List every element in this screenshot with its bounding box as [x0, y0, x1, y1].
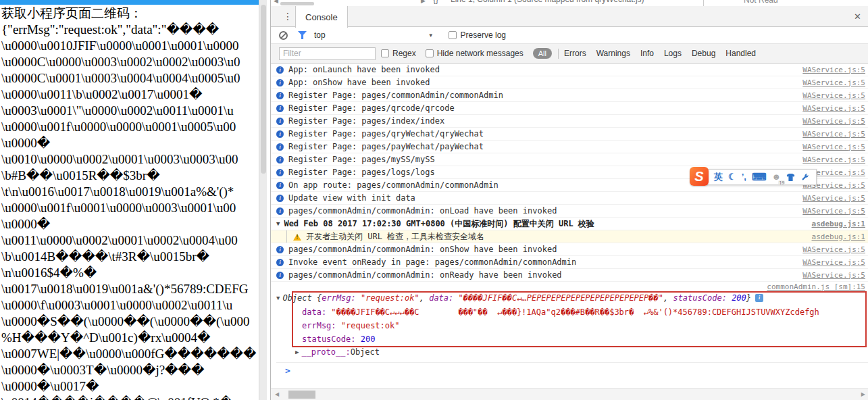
source-link[interactable]: WAService.js:5: [802, 143, 868, 151]
qrcode-response-dump: 获取小程序页面二维码： {"errMsg":"request:ok","data…: [1, 5, 259, 400]
source-link[interactable]: WAService.js:5: [802, 245, 868, 254]
log-text: Update view with init data: [288, 193, 415, 203]
scroll-left-icon[interactable]: ◀: [275, 391, 279, 397]
menu-dots-icon[interactable]: ⋮: [283, 11, 292, 22]
scrollbar-thumb[interactable]: [280, 2, 314, 5]
devtools-console-panel: ◀ ▶ {} Line 1, Column 1 (Source mapped f…: [270, 0, 868, 400]
object-log-entry: commonAdmin.js [sm]:15 ▼Object {errMsg: …: [271, 282, 868, 376]
skin-tshirt-icon[interactable]: [786, 173, 795, 182]
source-link[interactable]: asdebug.js:1: [812, 232, 868, 241]
hide-network-checkbox[interactable]: [426, 49, 434, 57]
dump-line: \u0000�\u0003T�\u0000�j?���: [1, 362, 259, 378]
console-warning-row: !开发者主动关闭 URL 检查，工具未检查安全域名asdebug.js:1: [271, 230, 868, 243]
log-text: Register Page: pages/index/index: [288, 116, 444, 126]
scroll-right-icon[interactable]: ▶: [421, 0, 426, 4]
level-filter-all[interactable]: All: [533, 48, 552, 59]
source-link[interactable]: WAService.js:5: [802, 207, 868, 216]
ime-language-toggle[interactable]: 英: [714, 170, 723, 184]
object-proto-row[interactable]: ▶__proto__: Object: [276, 347, 868, 357]
console-log-row: ipages/commonAdmin/commonAdmin: onLoad h…: [271, 205, 868, 218]
scrollbar-thumb[interactable]: [288, 391, 315, 399]
console-log-row: iRegister Page: pages/commonAdmin/common…: [271, 89, 868, 102]
log-text: App: onShow have been invoked: [288, 78, 430, 87]
dump-line: %H���Y�^D\u001c)�rx\u0004�: [1, 330, 259, 346]
triangle-down-icon[interactable]: ▼: [276, 295, 280, 301]
hide-network-label: Hide network messages: [437, 49, 524, 58]
info-icon: i: [276, 207, 284, 215]
execution-context-select[interactable]: top: [314, 30, 326, 40]
source-link[interactable]: WAService.js:5: [802, 91, 868, 100]
level-filter-logs[interactable]: Logs: [664, 49, 682, 58]
dump-line: \t\n\u0016\u0017\u0018\u0019\u001a%&'()*: [1, 184, 259, 200]
scroll-left-icon[interactable]: ◀: [274, 0, 278, 4]
level-filter-info[interactable]: Info: [640, 49, 654, 58]
console-prompt[interactable]: >: [276, 362, 868, 376]
log-text: App: onLaunch have been invoked: [288, 65, 440, 74]
prop-value: Object: [351, 347, 380, 357]
triangle-down-icon[interactable]: ▼: [276, 220, 280, 227]
source-link[interactable]: WAService.js:5: [802, 271, 868, 280]
prop-value: "����JFIF��C↵…PEPEPEPEPEPEPEPEPEPEPEPEP�…: [459, 293, 663, 303]
console-log-row: iInvoke event onReady in page: pages/com…: [271, 256, 868, 269]
log-text: Register Page: pages/payWechat/payWechat: [288, 142, 484, 151]
prop-key: data:: [302, 307, 331, 317]
source-link[interactable]: WAService.js:5: [802, 258, 868, 267]
dump-line: \u0003\u0001\"\u0000\u0002\u0011\u0001\u: [1, 103, 259, 119]
punctuation-icon[interactable]: ’,: [742, 170, 746, 184]
keyboard-icon[interactable]: ⌨: [752, 170, 767, 184]
scroll-right-icon[interactable]: ▶: [861, 391, 865, 397]
user-icon[interactable]: ☻19: [772, 170, 782, 184]
level-filter-warnings[interactable]: Warnings: [596, 49, 630, 58]
regex-checkbox[interactable]: [381, 49, 389, 57]
log-text: Register Page: pages/mySS/mySS: [288, 155, 435, 164]
console-horizontal-scrollbar[interactable]: ◀ ▶: [271, 388, 868, 400]
object-info-icon[interactable]: i: [755, 294, 763, 302]
source-link[interactable]: WAService.js:5: [802, 66, 868, 74]
source-link[interactable]: WAService.js:5: [802, 194, 868, 203]
scrollbar-thumb[interactable]: [261, 5, 266, 174]
brace-close: }: [746, 293, 751, 303]
info-icon: i: [276, 182, 284, 189]
prop-key: errMsg:: [302, 321, 341, 330]
dump-line: \u0017\u0018\u0019\u001a&'()*56789:CDEFG: [1, 281, 259, 297]
object-prop-row: statusCode: 200: [276, 334, 868, 345]
sogou-ime-logo[interactable]: S: [690, 167, 709, 186]
source-link[interactable]: WAService.js:5: [802, 117, 868, 126]
source-link[interactable]: WAService.js:5: [802, 104, 868, 113]
preserve-log-checkbox[interactable]: [449, 31, 457, 39]
left-vertical-scrollbar[interactable]: [259, 0, 267, 400]
ime-toolbar: 英 ☾ ’, ⌨ ☻19: [707, 169, 817, 185]
source-link[interactable]: WAService.js:5: [802, 78, 868, 87]
close-icon[interactable]: ✕: [854, 11, 861, 22]
console-header: ⋮ Console ✕: [271, 6, 868, 27]
dump-line: \u0000�S��(\u0000��(\u0000��(\u000: [1, 314, 259, 330]
prop-key: statusCode:: [673, 293, 732, 303]
filter-input[interactable]: [279, 47, 376, 60]
clear-console-icon[interactable]: [279, 31, 288, 40]
triangle-right-icon[interactable]: ▶: [295, 347, 299, 357]
dump-line: \u0007WE|��\u0000\u000fG�������: [1, 346, 259, 362]
warning-icon: !: [293, 233, 301, 241]
wrench-settings-icon[interactable]: [800, 173, 809, 182]
tab-console[interactable]: Console: [295, 6, 348, 28]
level-filter-errors[interactable]: Errors: [564, 49, 586, 58]
level-filter-handled[interactable]: Handled: [725, 49, 756, 58]
source-link[interactable]: WAService.js:5: [802, 155, 868, 164]
moon-icon[interactable]: ☾: [728, 170, 736, 184]
source-link[interactable]: commonAdmin.js [sm]:15: [767, 282, 868, 291]
prop-value: "request:ok": [361, 293, 419, 303]
group-indent-guide: [286, 230, 287, 243]
chevron-down-icon[interactable]: ▼: [428, 32, 434, 39]
console-group-row[interactable]: ▼Wed Feb 08 2017 17:02:30 GMT+0800 (中国标准…: [271, 218, 868, 230]
source-link[interactable]: WAService.js:5: [802, 130, 868, 139]
object-prop-row: data: "����JFIF��C↵↵↵��C ���"�� ↵���}!1A…: [276, 307, 868, 318]
filter-funnel-icon[interactable]: [298, 31, 307, 39]
level-filter-debug[interactable]: Debug: [692, 49, 715, 58]
console-log-row: iRegister Page: pages/qryWechat/qryWecha…: [271, 128, 868, 141]
dump-line: \u0000\u0010JFIF\u0000\u0001\u0001\u0000: [1, 38, 259, 54]
console-log-row: iRegister Page: pages/qrcode/qrcodeWASer…: [271, 102, 868, 115]
dump-line: \u0000C\u0000\u0003\u0002\u0002\u0003\u0: [1, 54, 259, 70]
log-text: Wed Feb 08 2017 17:02:30 GMT+0800 (中国标准时…: [284, 218, 594, 230]
console-toolbar-main: top ▼ Preserve log: [271, 27, 868, 44]
source-link[interactable]: asdebug.js:1: [812, 220, 868, 228]
